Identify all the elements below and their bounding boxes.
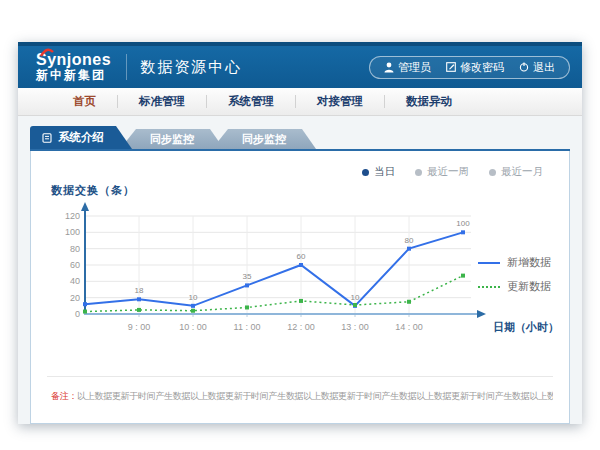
svg-text:11 : 00: 11 : 00: [234, 322, 261, 332]
legend-item-updated-data[interactable]: 更新数据: [478, 279, 551, 294]
change-password-button[interactable]: 修改密码: [446, 60, 504, 75]
svg-text:40: 40: [70, 276, 80, 286]
nav-item-interface-mgmt[interactable]: 对接管理: [296, 94, 384, 109]
filter-label: 最近一月: [501, 165, 543, 179]
app-header: Synjones 新中新集团 数据资源中心 管理员 修改密码: [18, 42, 582, 88]
svg-text:0: 0: [75, 309, 80, 319]
footnote: 备注：以上数据更新于时间产生数据以上数据更新于时间产生数据以上数据更新于时间产生…: [47, 376, 553, 405]
legend-label: 新增数据: [507, 255, 551, 270]
nav-item-system-mgmt[interactable]: 系统管理: [207, 94, 295, 109]
tab-sync-monitor-1[interactable]: 同步监控: [120, 129, 224, 149]
svg-text:14 : 00: 14 : 00: [395, 322, 423, 332]
filter-last-month[interactable]: 最近一月: [489, 165, 543, 179]
logout-label: 退出: [533, 60, 555, 75]
svg-text:18: 18: [135, 286, 144, 295]
filter-today[interactable]: 当日: [362, 165, 395, 179]
person-icon: [384, 62, 394, 73]
svg-text:日期（小时）: 日期（小时）: [493, 321, 559, 334]
tab-label: 系统介绍: [58, 130, 104, 145]
filter-last-week[interactable]: 最近一周: [415, 165, 469, 179]
filter-label: 最近一周: [427, 165, 469, 179]
tab-bar: 系统介绍 同步监控 同步监控: [30, 126, 570, 151]
logo-accent-icon: [40, 48, 55, 58]
legend-line-dotted-icon: [478, 286, 500, 288]
svg-text:80: 80: [70, 244, 80, 254]
svg-text:20: 20: [70, 293, 80, 303]
nav-item-home[interactable]: 首页: [52, 94, 117, 109]
svg-text:9 : 00: 9 : 00: [128, 322, 151, 332]
svg-text:10: 10: [189, 293, 198, 302]
footnote-label: 备注：: [51, 391, 77, 401]
svg-text:100: 100: [65, 227, 80, 237]
edit-icon: [446, 62, 456, 72]
filter-label: 当日: [374, 165, 395, 179]
user-menu: 管理员 修改密码 退出: [369, 56, 570, 79]
y-axis-title: 数据交换（条）: [51, 183, 553, 198]
chart-legend: 新增数据 更新数据: [478, 255, 551, 294]
radio-dot: [489, 169, 496, 176]
nav-item-data-change[interactable]: 数据异动: [385, 94, 473, 109]
user-label: 管理员: [398, 60, 431, 75]
svg-text:10 : 00: 10 : 00: [179, 322, 207, 332]
app-window: Synjones 新中新集团 数据资源中心 管理员 修改密码: [18, 42, 582, 424]
svg-text:12 : 00: 12 : 00: [287, 322, 315, 332]
content-area: 系统介绍 同步监控 同步监控 当日 最近一周 最近一月 数据交换: [18, 116, 582, 424]
svg-text:80: 80: [405, 236, 414, 245]
tab-sync-monitor-2[interactable]: 同步监控: [212, 129, 316, 149]
svg-text:13 : 00: 13 : 00: [341, 322, 369, 332]
svg-text:100: 100: [456, 219, 470, 228]
document-icon: [42, 133, 52, 143]
header-divider: [126, 54, 127, 80]
svg-text:10: 10: [351, 293, 360, 302]
time-filter-group: 当日 最近一周 最近一月: [47, 159, 553, 179]
main-nav: 首页 标准管理 系统管理 对接管理 数据异动: [18, 88, 582, 116]
nav-item-standard-mgmt[interactable]: 标准管理: [118, 94, 206, 109]
app-title: 数据资源中心: [140, 58, 242, 77]
user-button[interactable]: 管理员: [384, 60, 431, 75]
footnote-text: 以上数据更新于时间产生数据以上数据更新于时间产生数据以上数据更新于时间产生数据以…: [77, 391, 553, 401]
svg-text:35: 35: [243, 272, 252, 281]
logo-company: 新中新集团: [36, 69, 111, 82]
svg-text:60: 60: [297, 252, 306, 261]
radio-dot: [362, 169, 369, 176]
tab-system-intro[interactable]: 系统介绍: [30, 126, 132, 149]
power-icon: [519, 62, 529, 72]
brand-logo: Synjones 新中新集团: [30, 52, 111, 81]
radio-dot: [415, 169, 422, 176]
legend-label: 更新数据: [507, 279, 551, 294]
legend-line-solid-icon: [478, 262, 500, 264]
change-password-label: 修改密码: [460, 60, 504, 75]
logout-button[interactable]: 退出: [519, 60, 555, 75]
legend-item-new-data[interactable]: 新增数据: [478, 255, 551, 270]
svg-text:120: 120: [65, 211, 80, 221]
content-panel: 当日 最近一周 最近一月 数据交换（条） 0204060801001209 : …: [30, 151, 570, 424]
chart-area: 0204060801001209 : 0010 : 0011 : 0012 : …: [47, 200, 553, 366]
svg-text:60: 60: [70, 260, 80, 270]
